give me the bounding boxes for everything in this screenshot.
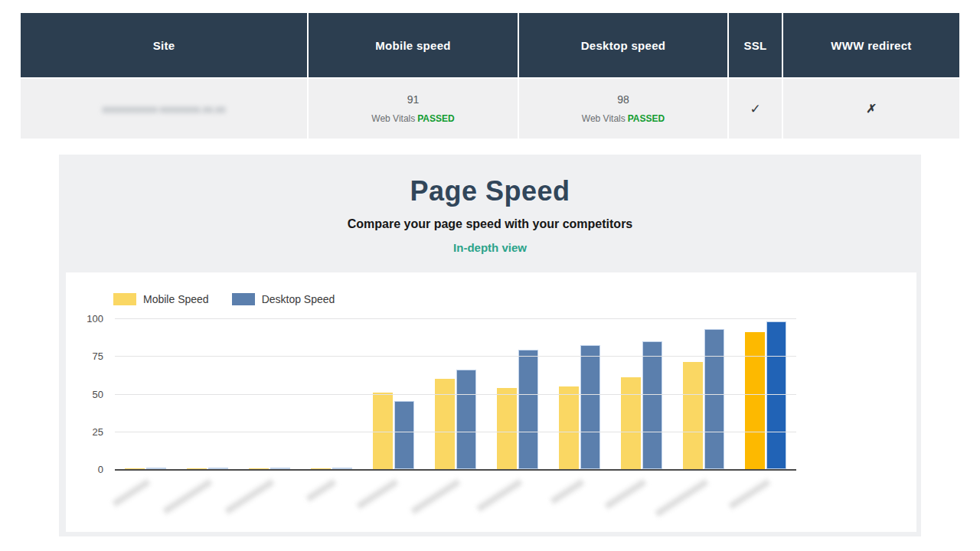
page-title: Page Speed — [59, 175, 921, 207]
legend-label: Mobile Speed — [143, 293, 209, 305]
y-axis-tick-label: 100 — [87, 313, 103, 324]
desktop-legend-swatch-icon — [232, 293, 255, 305]
x-axis-label-blurred: xxxxxxxxxxxx — [177, 471, 239, 530]
x-axis-label-blurred: xxxxxxxxxx — [363, 471, 425, 530]
mobile-legend-swatch-icon — [113, 293, 136, 305]
www-redirect-cell: ✗ — [783, 79, 959, 139]
bar-group — [610, 341, 672, 469]
desktop-speed-bar — [580, 345, 600, 469]
bar-group — [301, 468, 363, 469]
desktop-speed-bar — [270, 468, 290, 469]
x-axis-label-blurred: xxxxxxx — [301, 471, 363, 530]
header-cell-mobile-speed: Mobile speed — [309, 13, 519, 77]
desktop-speed-cell: 98 Web VitalsPASSED — [519, 79, 729, 139]
desktop-speed-bar — [766, 321, 786, 469]
gridline — [115, 356, 796, 357]
legend-item-desktop: Desktop Speed — [232, 293, 335, 305]
table-row: xxxxxxxxxxx-xxxxxxxx.xx.xx 91 Web Vitals… — [21, 77, 959, 139]
chart-panel: Mobile Speed Desktop Speed 0255075100 xx… — [66, 272, 916, 532]
mobile-speed-bar — [683, 362, 703, 469]
mobile-speed-bar — [621, 377, 641, 469]
bar-group — [672, 329, 734, 469]
x-axis-label-blurred: xxxxxxxxxxx — [486, 471, 548, 530]
bar-group — [177, 468, 239, 469]
x-axis-label-blurred: xxxxxxxxxxxx — [239, 471, 301, 530]
bar-group — [734, 321, 796, 469]
mobile-speed-bar — [125, 468, 145, 469]
bar-group — [548, 345, 610, 469]
mobile-speed-bar — [249, 468, 269, 469]
mobile-speed-score: 91 — [407, 93, 420, 106]
web-vitals-label: Web Vitals — [582, 113, 626, 124]
bar-group — [239, 468, 301, 469]
x-axis-labels: xxxxxxxxxxxxxxxxxxxxxxxxxxxxxxxxxxxxxxxx… — [115, 471, 796, 530]
bar-group — [486, 350, 548, 469]
ssl-cell: ✓ — [729, 79, 783, 139]
site-audit-table: Site Mobile speed Desktop speed SSL WWW … — [21, 13, 959, 139]
desktop-speed-bar — [642, 341, 662, 469]
chart-plot-area: 0255075100 — [115, 320, 796, 471]
check-icon: ✓ — [750, 101, 760, 117]
x-axis-label-blurred: xxxxxxxxx — [115, 471, 177, 530]
x-axis-label-blurred: xxxxxxxxxx — [610, 471, 672, 530]
page-subtitle: Compare your page speed with your compet… — [59, 217, 921, 231]
y-axis-tick-label: 0 — [98, 464, 103, 475]
cross-icon: ✗ — [865, 102, 877, 116]
mobile-web-vitals: Web VitalsPASSED — [371, 113, 454, 124]
y-axis-tick-label: 75 — [93, 350, 103, 362]
x-axis-label-blurred: xxxxxxxxxxxxx — [672, 471, 734, 530]
desktop-web-vitals: Web VitalsPASSED — [582, 113, 665, 124]
y-axis-tick-label: 50 — [93, 389, 103, 400]
web-vitals-status: PASSED — [417, 113, 454, 124]
in-depth-view-link[interactable]: In-depth view — [453, 241, 527, 254]
desktop-speed-score: 98 — [617, 93, 629, 106]
desktop-speed-bar — [208, 468, 228, 469]
bar-group — [425, 370, 487, 469]
mobile-speed-bar — [497, 388, 517, 469]
legend-label: Desktop Speed — [262, 293, 335, 305]
x-axis-label-blurred: xxxxxxxx — [548, 471, 610, 530]
legend-item-mobile: Mobile Speed — [113, 293, 209, 305]
gridline — [115, 318, 796, 319]
gridline — [115, 394, 796, 395]
mobile-speed-bar — [435, 379, 455, 469]
gridline — [115, 432, 796, 432]
x-axis-label-blurred: xxxxxxxxxxxx — [425, 471, 487, 530]
bars-container — [115, 320, 796, 469]
page-speed-card: Page Speed Compare your page speed with … — [59, 155, 921, 536]
mobile-speed-bar — [187, 468, 207, 469]
y-axis-tick-label: 25 — [93, 426, 103, 438]
site-cell: xxxxxxxxxxx-xxxxxxxx.xx.xx — [21, 79, 309, 139]
desktop-speed-bar — [456, 370, 476, 469]
x-axis-label-blurred: xxxxxxxxxx — [734, 471, 796, 530]
chart-legend: Mobile Speed Desktop Speed — [113, 293, 335, 305]
mobile-speed-bar — [559, 386, 579, 469]
desktop-speed-bar — [332, 468, 352, 469]
mobile-speed-cell: 91 Web VitalsPASSED — [309, 79, 519, 139]
header-cell-site: Site — [21, 13, 309, 77]
mobile-speed-bar — [311, 468, 331, 469]
header-cell-www-redirect: WWW redirect — [783, 13, 959, 77]
header-cell-desktop-speed: Desktop speed — [519, 13, 729, 77]
bar-chart: 0255075100 xxxxxxxxxxxxxxxxxxxxxxxxxxxxx… — [115, 320, 796, 530]
header-cell-ssl: SSL — [729, 13, 783, 77]
desktop-speed-bar — [394, 401, 414, 469]
desktop-speed-bar — [704, 329, 724, 469]
mobile-speed-bar — [745, 332, 765, 469]
desktop-speed-bar — [146, 468, 166, 469]
site-name-blurred: xxxxxxxxxxx-xxxxxxxx.xx.xx — [102, 103, 225, 115]
bar-group — [115, 468, 177, 469]
web-vitals-label: Web Vitals — [371, 113, 415, 124]
desktop-speed-bar — [518, 350, 538, 469]
table-header-row: Site Mobile speed Desktop speed SSL WWW … — [21, 13, 959, 77]
web-vitals-status: PASSED — [628, 113, 665, 124]
